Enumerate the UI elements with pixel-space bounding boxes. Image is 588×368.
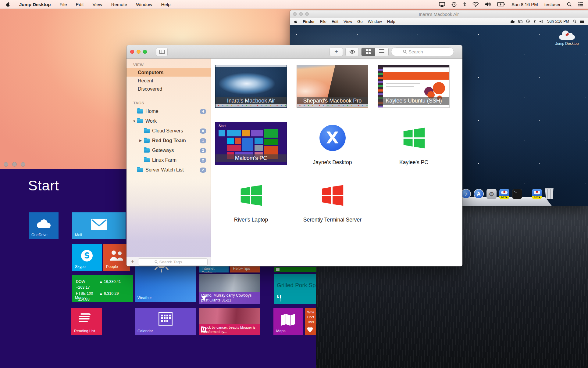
notification-center-icon[interactable] [578,2,583,6]
tag-row-home[interactable]: Home 4 [127,106,211,116]
menu-app-name[interactable]: Jump Desktop [19,2,51,7]
tag-row-server-watch-list[interactable]: Server Watch List 2 [127,165,211,175]
menu-view[interactable]: View [92,2,102,7]
tile-sports-news[interactable]: Romo, Murray carry Cowboys past Giants 3… [199,274,260,304]
remote-menu-window[interactable]: Window [368,19,382,24]
dock-jump-desktop-beta2-icon[interactable]: BETA [532,189,542,199]
remote-dock[interactable]: ♪ A ⚙ BETA >_ BETA [454,187,552,206]
tile-news-blogger[interactable]: Struck by cancer, beauty blogger is tran… [199,308,260,335]
tile-calendar[interactable]: Calendar [135,308,196,335]
tile-mail[interactable]: Mail [72,212,126,239]
sidebar-toggle-button[interactable] [156,48,168,56]
tile-label: Reading List [74,329,95,333]
tile-grilled-pork-recipe[interactable]: Grilled Pork Spar [274,274,316,304]
menu-window[interactable]: Window [136,2,152,7]
window-toolbar[interactable]: + [127,45,462,59]
list-view-button[interactable] [375,48,388,56]
dock-trash-icon[interactable] [545,188,554,199]
remote-menu-finder[interactable]: Finder [303,19,315,24]
computer-card-river[interactable]: River's Laptop [215,179,287,234]
tile-food-partial[interactable] [274,267,316,272]
airplay-display-icon[interactable] [439,2,445,7]
remote-menu-edit[interactable]: Edit [332,19,338,24]
tag-row-work[interactable]: ▼ Work [127,116,211,126]
dock-system-preferences-icon[interactable]: ⚙ [486,189,497,199]
minimize-button[interactable] [137,50,141,54]
preview-button[interactable] [345,48,359,56]
computer-card-shepard[interactable]: Shepard's Macbook Pro [297,65,368,119]
remote-clock[interactable]: Sun 5:16 PM [547,19,569,23]
dock-terminal-icon[interactable]: >_ [512,189,522,199]
remote-traffic-lights[interactable] [293,12,309,16]
menu-clock[interactable]: Sun 8:16 PM [511,2,538,7]
jump-desktop-app-icon[interactable]: Jump Desktop [554,31,580,46]
windows-logo-red-icon [319,182,347,209]
sidebar-bottom-bar: + [127,257,211,266]
tile-people[interactable]: People [103,244,130,271]
menu-remote[interactable]: Remote [111,2,127,7]
bluetooth-icon[interactable] [463,2,466,7]
search-input[interactable] [408,49,445,54]
add-tag-button[interactable]: + [130,258,136,265]
volume-icon[interactable] [540,20,543,23]
dock-jump-desktop-beta-icon[interactable]: BETA [499,189,509,199]
tile-maps[interactable]: Maps [273,308,303,335]
time-machine-icon[interactable] [451,2,457,7]
remote-window-titlebar[interactable]: Inara's Macbook Air [290,10,588,18]
grid-view-button[interactable] [362,48,375,56]
sidebar-item-computers[interactable]: Computers [127,68,211,77]
battery-charging-icon[interactable] [497,2,505,6]
count-badge: 2 [200,168,206,173]
zoom-button[interactable] [143,50,147,54]
bluetooth-icon[interactable] [533,20,536,23]
remote-menu-go[interactable]: Go [357,19,362,24]
tile-skype[interactable]: S Skype [72,244,102,271]
tile-money[interactable]: DOW▲ 16,380.41 +263.17 FTSE 100▲ 6,310.2… [72,275,133,302]
disclosure-open-icon[interactable]: ▼ [133,119,136,123]
computer-card-malcom[interactable]: Start Malcom's PC [215,122,287,176]
traffic-lights[interactable] [127,50,147,54]
sidebar-item-discovered[interactable]: Discovered [127,85,211,93]
x11-icon: X [319,125,346,151]
tag-row-cloud-servers[interactable]: Cloud Servers 8 [127,126,211,136]
search-field[interactable] [391,47,454,56]
menu-help[interactable]: Help [161,2,171,7]
tag-row-red-dog-team[interactable]: ▶ Red Dog Team 1 [127,136,211,146]
search-tags-input[interactable] [159,260,191,264]
computer-thumbnail: Shepard's Macbook Pro [297,65,368,108]
tile-onedrive[interactable]: OneDrive [29,212,59,239]
remote-menu-file[interactable]: File [320,19,326,24]
spotlight-icon[interactable] [567,2,572,7]
remote-menu-help[interactable]: Help [387,19,395,24]
computer-card-serentiy[interactable]: Serentiy Terminal Server [297,179,368,234]
computer-card-kaylee-pc[interactable]: Kaylee's PC [378,122,450,176]
computer-card-inara[interactable]: Inara's Macbook Air [215,65,287,119]
remote-menu-view[interactable]: View [344,19,352,24]
search-tags-field[interactable] [138,258,208,265]
volume-icon[interactable] [485,2,491,6]
display-mirroring-icon[interactable] [518,20,522,23]
tile-label: Help+Tips [233,266,250,271]
spotlight-icon[interactable] [573,20,576,23]
tag-row-gateways[interactable]: Gateways 2 [127,146,211,155]
wifi-icon[interactable] [472,2,479,7]
apple-menu-icon[interactable] [6,2,10,7]
start-window-traffic-lights[interactable] [4,162,25,167]
menu-edit[interactable]: Edit [76,2,84,7]
tile-reading-list[interactable]: Reading List [71,308,102,335]
clock-icon[interactable] [526,20,530,23]
disclosure-closed-icon[interactable]: ▶ [139,139,142,143]
computer-card-kaylee-ubuntu[interactable]: Kaylee's Ubuntu (SSH) [378,65,450,119]
close-button[interactable] [130,50,134,54]
add-computer-button[interactable]: + [330,48,343,56]
dock-app-store-icon[interactable]: A [474,189,484,199]
menu-user[interactable]: testuser [544,2,561,7]
tile-health-partial[interactable]: Wha Doct Thei [305,308,316,335]
count-badge: 2 [200,158,206,163]
upload-cloud-icon[interactable] [510,20,515,23]
menu-file[interactable]: File [59,2,67,7]
sidebar-item-recent[interactable]: Recent [127,77,211,85]
tag-row-linux-farm[interactable]: Linux Farm 2 [127,155,211,165]
notification-center-icon[interactable] [580,20,584,23]
computer-card-jayne[interactable]: X Jayne's Desktop [297,122,368,176]
